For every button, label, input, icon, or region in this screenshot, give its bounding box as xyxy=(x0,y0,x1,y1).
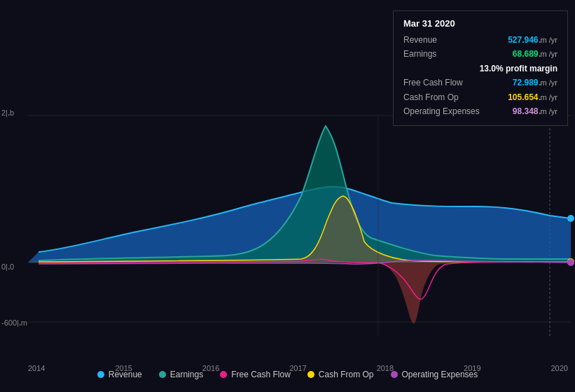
legend-dot-cashop xyxy=(307,371,314,378)
tooltip-opex-value: 98.348ꓸm /yr xyxy=(513,104,557,118)
tooltip-revenue-label: Revenue xyxy=(403,33,437,47)
legend-fcf[interactable]: Free Cash Flow xyxy=(220,370,291,379)
tooltip-earnings-label: Earnings xyxy=(403,47,436,61)
tooltip-earnings-value: 68.689ꓸm /yr xyxy=(513,47,557,61)
legend-dot-earnings xyxy=(159,371,166,378)
legend-cashop[interactable]: Cash From Op xyxy=(307,370,374,379)
tooltip-fcf-label: Free Cash Flow xyxy=(403,76,463,90)
tooltip-opex-label: Operating Expenses xyxy=(403,104,480,118)
legend-dot-opex xyxy=(391,371,398,378)
tooltip-cashop-row: Cash From Op 105.654ꓸm /yr xyxy=(403,90,557,104)
tooltip-cashop-label: Cash From Op xyxy=(403,90,459,104)
tooltip-earnings-row: Earnings 68.689ꓸm /yr xyxy=(403,47,557,61)
legend-dot-revenue xyxy=(97,371,104,378)
tooltip-opex-row: Operating Expenses 98.348ꓸm /yr xyxy=(403,104,557,118)
legend-label-cashop: Cash From Op xyxy=(319,370,374,379)
legend-earnings[interactable]: Earnings xyxy=(159,370,203,379)
legend-revenue[interactable]: Revenue xyxy=(97,370,142,379)
chart-container: Mar 31 2020 Revenue 527.946ꓸm /yr Earnin… xyxy=(0,0,575,392)
tooltip-cashop-value: 105.654ꓸm /yr xyxy=(508,90,557,104)
legend-label-opex: Operating Expenses xyxy=(402,370,478,379)
chart-legend: Revenue Earnings Free Cash Flow Cash Fro… xyxy=(0,357,575,392)
legend-label-revenue: Revenue xyxy=(109,370,142,379)
tooltip-margin-row: 13.0% profit margin xyxy=(403,62,557,76)
tooltip-fcf-row: Free Cash Flow 72.989ꓸm /yr xyxy=(403,76,557,90)
tooltip-box: Mar 31 2020 Revenue 527.946ꓸm /yr Earnin… xyxy=(393,10,568,126)
tooltip-profit-margin: 13.0% profit margin xyxy=(480,62,557,76)
tooltip-revenue-row: Revenue 527.946ꓸm /yr xyxy=(403,33,557,47)
legend-label-earnings: Earnings xyxy=(170,370,203,379)
tooltip-fcf-value: 72.989ꓸm /yr xyxy=(513,76,557,90)
legend-dot-fcf xyxy=(220,371,227,378)
tooltip-revenue-value: 527.946ꓸm /yr xyxy=(508,33,557,47)
legend-label-fcf: Free Cash Flow xyxy=(231,370,291,379)
svg-point-4 xyxy=(567,215,574,222)
svg-point-6 xyxy=(567,259,574,266)
legend-opex[interactable]: Operating Expenses xyxy=(391,370,478,379)
tooltip-date: Mar 31 2020 xyxy=(403,18,557,29)
